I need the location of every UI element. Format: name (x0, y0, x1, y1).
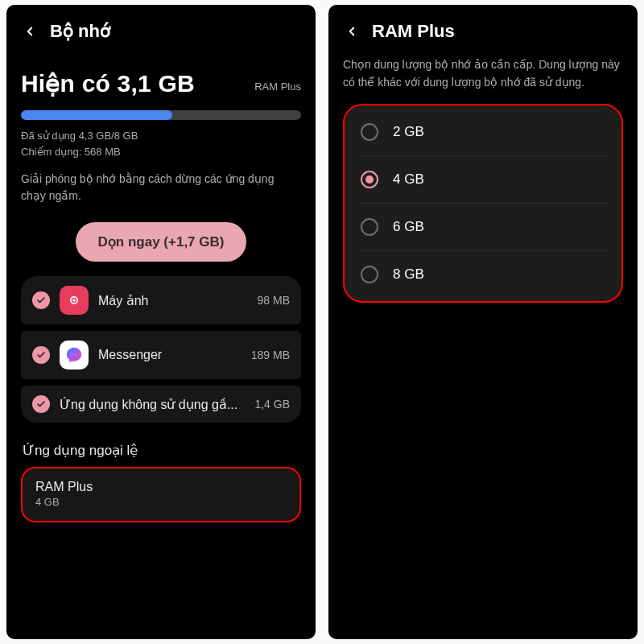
option-8gb[interactable]: 8 GB (357, 250, 609, 298)
option-label: 8 GB (393, 266, 424, 283)
checkbox-checked-icon[interactable] (32, 291, 50, 309)
app-name: Máy ảnh (98, 293, 248, 308)
ram-plus-badge[interactable]: RAM Plus (254, 80, 301, 93)
app-name: Messenger (98, 348, 242, 362)
memory-progress-fill (21, 110, 172, 120)
memory-screen: Bộ nhớ Hiện có 3,1 GB RAM Plus Đã sử dụn… (6, 5, 316, 639)
memory-progress-bar (21, 110, 301, 120)
ram-plus-description: Chọn dung lượng bộ nhớ ảo cần cấp. Dung … (343, 56, 623, 91)
checkbox-checked-icon[interactable] (32, 395, 50, 413)
messenger-icon (60, 341, 89, 369)
option-label: 6 GB (393, 219, 424, 235)
radio-unselected-icon (361, 123, 378, 141)
memory-description: Giải phóng bộ nhớ bằng cách dừng các ứng… (21, 171, 301, 204)
app-size: 98 MB (258, 294, 290, 307)
page-title: Bộ nhớ (50, 21, 110, 42)
radio-unselected-icon (361, 218, 378, 236)
radio-unselected-icon (361, 266, 378, 283)
option-6gb[interactable]: 6 GB (357, 203, 609, 250)
svg-point-1 (72, 299, 76, 302)
option-4gb[interactable]: 4 GB (357, 155, 609, 203)
back-button[interactable] (343, 23, 361, 40)
ram-plus-title: RAM Plus (35, 480, 287, 494)
ram-plus-value: 4 GB (35, 496, 287, 508)
checkbox-checked-icon[interactable] (32, 346, 50, 364)
app-name: Ứng dụng không sử dụng gầ... (60, 397, 245, 412)
available-memory: Hiện có 3,1 GB (21, 69, 195, 97)
app-row-unused[interactable]: Ứng dụng không sử dụng gầ... 1,4 GB (21, 386, 301, 423)
app-size: 1,4 GB (254, 398, 290, 411)
ram-plus-setting[interactable]: RAM Plus 4 GB (21, 467, 301, 522)
app-row-camera[interactable]: Máy ảnh 98 MB (21, 276, 301, 324)
page-title: RAM Plus (372, 21, 455, 42)
option-label: 4 GB (393, 171, 424, 188)
ram-plus-options: 2 GB 4 GB 6 GB 8 GB (343, 104, 623, 303)
app-row-messenger[interactable]: Messenger 189 MB (21, 331, 301, 379)
background-apps-list: Máy ảnh 98 MB Messenger 189 MB Ứng dụng … (21, 276, 301, 423)
app-size: 189 MB (251, 349, 290, 361)
back-button[interactable] (21, 23, 39, 40)
clean-now-button[interactable]: Dọn ngay (+1,7 GB) (76, 222, 247, 262)
ram-plus-screen: RAM Plus Chọn dung lượng bộ nhớ ảo cần c… (328, 5, 638, 639)
excluded-apps-label[interactable]: Ứng dụng ngoại lệ (23, 442, 299, 459)
camera-icon (60, 286, 89, 315)
memory-occupied: Chiếm dụng: 568 MB (21, 144, 301, 160)
radio-selected-icon (361, 171, 378, 188)
option-2gb[interactable]: 2 GB (357, 109, 609, 155)
option-label: 2 GB (393, 124, 424, 140)
memory-used: Đã sử dụng 4,3 GB/8 GB (21, 128, 301, 144)
